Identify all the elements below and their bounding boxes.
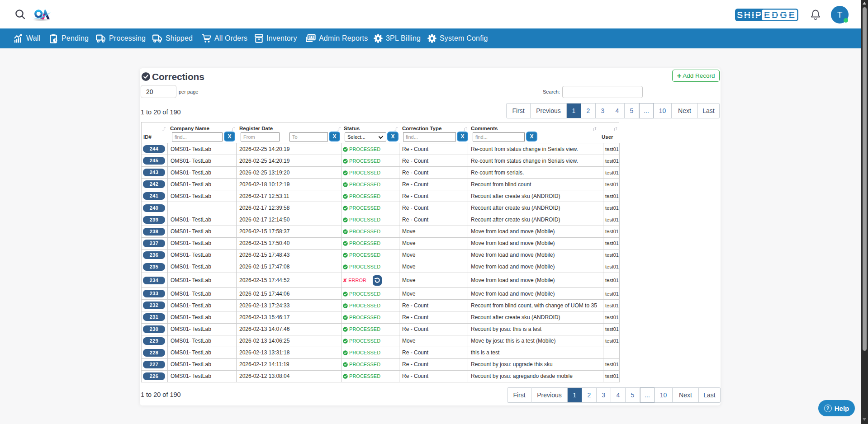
svg-text:SHIP: SHIP bbox=[737, 10, 761, 20]
